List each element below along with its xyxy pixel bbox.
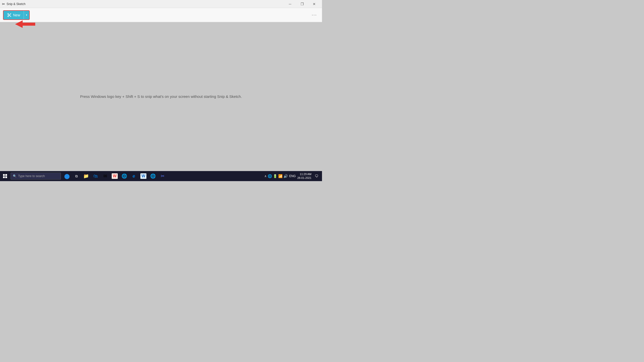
taskbar-right: ∧ 🌐 🔋 📶 🔊 ENG 11:29 AM 28-01-2021 🗨 bbox=[262, 171, 322, 181]
browser-alt-icon[interactable]: 🌐 bbox=[148, 171, 157, 181]
scissors-icon bbox=[7, 13, 12, 17]
clock-date: 28-01-2021 bbox=[297, 176, 311, 180]
search-icon: 🔍 bbox=[13, 174, 17, 178]
edge-icon[interactable]: e bbox=[129, 171, 138, 181]
lang-indicator[interactable]: ENG bbox=[289, 174, 296, 178]
app-title: Snip & Sketch bbox=[7, 2, 25, 6]
store-icon[interactable]: 🛍 bbox=[91, 171, 100, 181]
file-explorer-icon[interactable]: 📁 bbox=[82, 171, 91, 181]
new-button[interactable]: New bbox=[4, 11, 24, 19]
notification-icon: 🗨 bbox=[315, 174, 318, 178]
wps-blue-icon[interactable]: W bbox=[139, 171, 148, 181]
minimize-button[interactable]: ─ bbox=[284, 0, 296, 8]
search-placeholder: Type here to search bbox=[18, 174, 45, 178]
clock-time: 11:29 AM bbox=[297, 172, 311, 176]
main-content: Press Windows logo key + Shift + S to sn… bbox=[0, 22, 322, 171]
windows-logo-icon bbox=[3, 174, 7, 178]
taskbar-search[interactable]: 🔍 Type here to search bbox=[11, 173, 61, 180]
toolbar: New ▾ ··· bbox=[0, 8, 322, 22]
more-options-button[interactable]: ··· bbox=[310, 11, 319, 19]
new-button-group: New ▾ bbox=[3, 10, 30, 20]
title-bar-controls: ─ ❐ ✕ bbox=[284, 0, 320, 8]
notification-button[interactable]: 🗨 bbox=[313, 171, 320, 181]
app-icon: ✂ bbox=[2, 2, 5, 6]
title-bar: ✂ Snip & Sketch ─ ❐ ✕ bbox=[0, 0, 322, 8]
taskbar-icons: ⬤ ⧉ 📁 🛍 ✉ W 🌐 e W 🌐 ✂ bbox=[62, 171, 167, 181]
dropdown-chevron-icon: ▾ bbox=[26, 14, 27, 16]
tray-volume-icon[interactable]: 🔊 bbox=[284, 174, 288, 178]
task-view-icon[interactable]: ⧉ bbox=[72, 171, 81, 181]
snip-sketch-icon[interactable]: ✂ bbox=[158, 171, 167, 181]
tray-network-icon[interactable]: 🌐 bbox=[268, 174, 272, 178]
new-dropdown-button[interactable]: ▾ bbox=[24, 11, 29, 19]
taskbar: 🔍 Type here to search ⬤ ⧉ 📁 🛍 ✉ W 🌐 e W bbox=[0, 171, 322, 181]
start-button[interactable] bbox=[0, 171, 10, 181]
wps-red-icon[interactable]: W bbox=[110, 171, 119, 181]
taskbar-clock[interactable]: 11:29 AM 28-01-2021 bbox=[297, 172, 311, 180]
restore-button[interactable]: ❐ bbox=[296, 0, 308, 8]
new-button-label: New bbox=[13, 13, 20, 17]
tray-chevron-icon[interactable]: ∧ bbox=[264, 174, 267, 178]
mail-icon[interactable]: ✉ bbox=[101, 171, 110, 181]
cortana-icon[interactable]: ⬤ bbox=[62, 171, 71, 181]
close-button[interactable]: ✕ bbox=[308, 0, 320, 8]
system-tray: ∧ 🌐 🔋 📶 🔊 bbox=[264, 174, 288, 178]
tray-battery-icon[interactable]: 🔋 bbox=[273, 174, 277, 178]
tray-wifi-icon[interactable]: 📶 bbox=[278, 174, 283, 178]
title-bar-left: ✂ Snip & Sketch bbox=[2, 2, 25, 6]
chrome-icon[interactable]: 🌐 bbox=[120, 171, 129, 181]
hint-text: Press Windows logo key + Shift + S to sn… bbox=[80, 94, 242, 100]
